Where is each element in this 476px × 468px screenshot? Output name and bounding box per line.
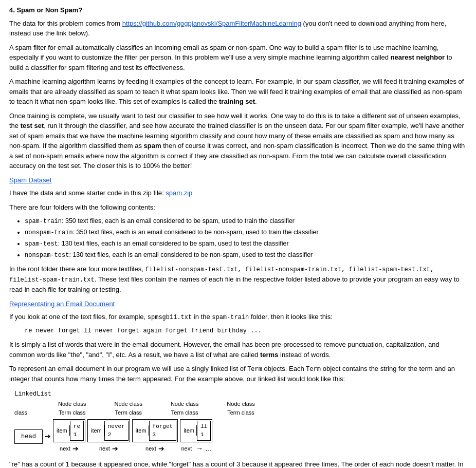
arrow-1: ➔	[45, 431, 51, 442]
paragraph-1: The data for this problem comes from htt…	[9, 18, 467, 39]
para10-mid: objects. Each	[262, 365, 306, 372]
code-spam-test: spam-test	[25, 240, 58, 248]
rep-email-link[interactable]: Representating an Email Document	[9, 299, 467, 309]
spam-dataset-anchor[interactable]: Spam Dataset	[9, 176, 51, 184]
code-spam-train: spam-train	[25, 218, 62, 225]
terms-bold: terms	[260, 351, 278, 359]
code-email-example: re never forget ll never forget again fo…	[25, 326, 467, 335]
next-label-3: next	[145, 444, 156, 453]
para10-pre: To represent an email document in our pr…	[9, 365, 247, 372]
list-item: nonspam-train: 350 text files, each is a…	[25, 228, 467, 237]
para8-post: folder, then it looks like this:	[249, 313, 333, 321]
term-class-label-2: Term class	[115, 408, 142, 417]
ll-class-label: class	[14, 408, 27, 417]
para9-pre: It is simply a list of words that were i…	[9, 341, 440, 359]
next-arrow-4: → ...	[196, 443, 211, 454]
paragraph-7: In the root folder there are four more t…	[9, 264, 467, 295]
training-set-bold: training set	[219, 98, 255, 105]
para1-pre: The data for this problem comes from	[9, 20, 122, 27]
term-class-label-3: Term class	[171, 408, 198, 417]
next-label-4: next	[181, 444, 192, 453]
spam-bold: spam	[144, 142, 161, 149]
linked-list-diagram: LinkedList class Node class Term class N…	[14, 389, 467, 454]
item-label-4: item	[181, 425, 197, 436]
paragraph-5: I have the data and some starter code in…	[9, 188, 467, 198]
para9-post: instead of words.	[278, 351, 331, 359]
term-class-label-4: Term class	[227, 408, 254, 417]
item-label-3: item	[134, 425, 149, 436]
node3-term: forget3	[149, 421, 177, 441]
node-class-label-4: Node class	[227, 400, 254, 408]
paragraph-10: To represent an email document in our pr…	[9, 364, 467, 384]
node-class-label-2: Node class	[114, 400, 142, 408]
next-label-1: next	[60, 444, 70, 453]
code-nonspam-test: nonspam-test	[25, 252, 69, 259]
paragraph-4: Once training is complete, we usually wa…	[9, 111, 467, 171]
node-class-label-3: Node class	[171, 400, 198, 408]
code-term-1: Term	[247, 366, 262, 373]
paragraph-6: There are four folders with the followin…	[9, 202, 467, 213]
code-term-2: Term	[306, 366, 321, 373]
section-title: 4. Spam or Non Spam?	[9, 5, 467, 15]
nearest-neighbor-bold: nearest neighbor	[391, 53, 445, 61]
code-spmsgb11: spmsgb11.txt	[148, 314, 192, 321]
para2-text: A spam filter for email automatically cl…	[9, 44, 452, 71]
term-class-label-1: Term class	[59, 408, 86, 417]
github-link[interactable]: https://github.com/gogpjanovski/SpamFilt…	[122, 20, 301, 27]
head-box: head	[14, 429, 43, 444]
spam-zip-link[interactable]: spam.zip	[166, 189, 192, 197]
paragraph-9: It is simply a list of words that were i…	[9, 340, 467, 360]
next-arrow-1: ➔	[72, 443, 79, 454]
item-label-2: item	[89, 425, 104, 436]
next-label-2: next	[99, 444, 110, 453]
next-arrow-3: ➔	[158, 443, 164, 454]
paragraph-3: A machine learning algorithm learns by f…	[9, 77, 467, 107]
list-item: spam-test: 130 text files, each is an em…	[25, 239, 467, 249]
folder-list: spam-train: 350 text files, each is an e…	[25, 216, 467, 260]
para8-pre: If you look at one of the text files, fo…	[9, 313, 148, 321]
spam-dataset-link[interactable]: Spam Dataset	[9, 175, 467, 185]
item-label-1: item	[54, 425, 70, 436]
node1-term: re1	[70, 421, 84, 441]
ll-label: LinkedList	[14, 389, 467, 399]
para8-mid: in the	[192, 313, 212, 321]
code-spam-train-2: spam-train	[212, 314, 249, 321]
paragraph-8: If you look at one of the text files, fo…	[9, 312, 467, 322]
node4-term: ll1	[197, 421, 211, 441]
next-arrow-2: ➔	[112, 443, 118, 454]
code-nonspam-train: nonspam-train	[25, 229, 73, 236]
test-set-bold: test set	[21, 122, 44, 129]
para5-pre: I have the data and some starter code in…	[9, 189, 166, 197]
paragraph-2: A spam filter for email automatically cl…	[9, 43, 467, 73]
list-item: spam-train: 350 text files, each is an e…	[25, 216, 467, 226]
node-class-label-1: Node class	[58, 400, 86, 408]
list-item: nonspam-test: 130 text files, each is an…	[25, 250, 467, 260]
node2-term: never2	[104, 421, 129, 441]
rep-email-anchor[interactable]: Representating an Email Document	[9, 300, 115, 308]
paragraph-11: "re" has a count of 1 because it appeare…	[9, 459, 467, 469]
